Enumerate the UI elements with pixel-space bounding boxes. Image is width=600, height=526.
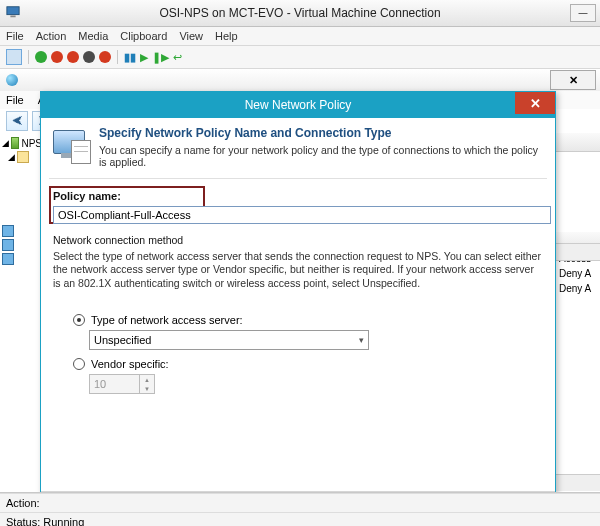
server-manager-titlebar: ✕	[0, 69, 600, 92]
policy-name-input[interactable]	[53, 206, 551, 224]
connection-method-section: Network connection method Select the typ…	[53, 234, 543, 291]
cell: Deny A	[555, 281, 600, 296]
vendor-spinner: 10 ▲▼	[89, 374, 155, 394]
radio-type-row[interactable]: Type of network access server:	[73, 314, 243, 326]
server-icon	[2, 225, 14, 237]
status-bar: Action: Status: Running	[0, 492, 600, 526]
tree-child: ◢	[8, 151, 42, 163]
pause-icon[interactable]: ▮▮	[124, 51, 136, 64]
menu-action[interactable]: Action	[36, 30, 67, 42]
back-button[interactable]: ⮜	[6, 111, 28, 131]
svg-rect-0	[7, 7, 19, 15]
list-pane: Access Deny A Deny A	[554, 133, 600, 491]
list-header[interactable]	[555, 133, 600, 152]
radio-type-server[interactable]	[73, 314, 85, 326]
play-icon[interactable]: ▶	[140, 51, 148, 64]
tree-item	[2, 225, 42, 237]
new-network-policy-dialog: New Network Policy ✕ Specify Network Pol…	[40, 91, 556, 526]
checkpoint-icon[interactable]: ❚▶	[152, 51, 169, 64]
guest-desktop: ✕ File A... ⮜ ⮞ ◢NPS ◢ Access Deny A Den…	[0, 69, 600, 526]
server-icon	[2, 253, 14, 265]
turnoff-icon[interactable]	[51, 51, 63, 63]
tree-root-nps: ◢NPS	[2, 137, 42, 149]
chevron-down-icon: ▾	[359, 335, 364, 345]
radio-vendor-label: Vendor specific:	[91, 358, 169, 370]
method-description: Select the type of network access server…	[53, 250, 543, 291]
policy-name-label: Policy name:	[53, 190, 121, 202]
nps-icon	[11, 137, 19, 149]
radio-vendor-specific[interactable]	[73, 358, 85, 370]
tree-item	[2, 239, 42, 251]
menu-media[interactable]: Media	[78, 30, 108, 42]
menu-help[interactable]: Help	[215, 30, 238, 42]
server-icon	[2, 239, 14, 251]
reset-icon[interactable]	[99, 51, 111, 63]
ctrl-alt-del-icon[interactable]	[6, 49, 22, 65]
action-row: Action:	[0, 493, 600, 512]
vm-titlebar: OSI-NPS on MCT-EVO - Virtual Machine Con…	[0, 0, 600, 27]
dialog-title: New Network Policy	[245, 98, 352, 112]
cell: Deny A	[555, 266, 600, 281]
mmc-menu-file[interactable]: File	[6, 94, 24, 106]
h-scrollbar[interactable]	[555, 243, 600, 261]
h-scrollbar[interactable]	[555, 474, 600, 491]
minimize-button[interactable]: —	[570, 4, 596, 22]
tree-item	[2, 253, 42, 265]
vendor-value: 10	[94, 378, 106, 390]
dialog-header: Specify Network Policy Name and Connecti…	[49, 122, 547, 179]
type-select[interactable]: Unspecified ▾	[89, 330, 369, 350]
dialog-close-button[interactable]: ✕	[515, 92, 555, 114]
policy-wizard-icon	[49, 126, 91, 166]
dialog-subheading: You can specify a name for your network …	[99, 144, 547, 168]
server-manager-close[interactable]: ✕	[550, 70, 596, 90]
radio-type-label: Type of network access server:	[91, 314, 243, 326]
menu-clipboard[interactable]: Clipboard	[120, 30, 167, 42]
status-row: Status: Running	[0, 512, 600, 526]
dialog-heading: Specify Network Policy Name and Connecti…	[99, 126, 547, 140]
shutdown-icon[interactable]	[67, 51, 79, 63]
vm-title: OSI-NPS on MCT-EVO - Virtual Machine Con…	[159, 6, 440, 20]
svg-rect-1	[10, 16, 15, 18]
radio-vendor-row[interactable]: Vendor specific:	[73, 358, 169, 370]
revert-icon[interactable]: ↩	[173, 51, 182, 64]
method-label: Network connection method	[53, 234, 543, 248]
spinner-arrows: ▲▼	[139, 375, 154, 393]
server-manager-icon	[6, 74, 18, 86]
vm-icon	[6, 5, 20, 19]
start-icon[interactable]	[35, 51, 47, 63]
console-tree[interactable]: ◢NPS ◢	[0, 133, 45, 491]
folder-icon	[17, 151, 29, 163]
save-icon[interactable]	[83, 51, 95, 63]
vm-toolbar: ▮▮ ▶ ❚▶ ↩	[0, 46, 600, 69]
dialog-titlebar: New Network Policy ✕	[41, 92, 555, 118]
menu-file[interactable]: File	[6, 30, 24, 42]
type-select-value: Unspecified	[94, 334, 151, 346]
vm-menubar: File Action Media Clipboard View Help	[0, 27, 600, 46]
menu-view[interactable]: View	[179, 30, 203, 42]
